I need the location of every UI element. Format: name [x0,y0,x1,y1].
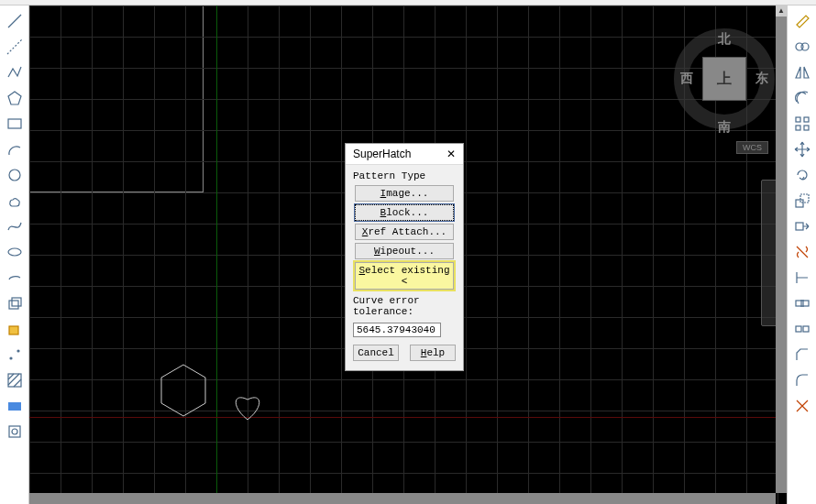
left-toolbar [0,5,29,504]
drawing-canvas[interactable]: 北 南 西 东 上 WCS ▲ SuperHatch ✕ Pattern Typ… [29,5,787,504]
xref-button-rest: ref Attach... [368,226,447,237]
svg-rect-19 [796,200,803,207]
svg-rect-10 [9,426,20,437]
hexagon-shape[interactable] [160,363,207,418]
svg-rect-5 [9,326,18,334]
rectangle-tool-icon[interactable] [3,112,27,136]
block-button[interactable]: Block... [355,204,454,221]
ellipse-arc-tool-icon[interactable] [3,266,27,290]
make-block-tool-icon[interactable] [3,317,27,341]
gradient-tool-icon[interactable] [3,394,27,418]
vertical-scrollbar[interactable]: ▲ [776,5,787,493]
svg-point-1 [9,170,20,181]
xref-attach-button[interactable]: Xref Attach... [355,224,454,240]
svg-rect-3 [9,301,18,309]
array-tool-icon[interactable] [790,112,814,136]
viewcube-north[interactable]: 北 [718,31,731,48]
join-tool-icon[interactable] [790,317,814,341]
scroll-up-arrow[interactable]: ▲ [776,5,787,16]
tolerance-label: Curve error tolerance: [353,295,456,317]
svg-rect-17 [796,126,800,130]
offset-tool-icon[interactable] [790,86,814,110]
svg-rect-23 [796,326,801,332]
mirror-tool-icon[interactable] [790,60,814,84]
help-button-rest: elp [426,347,445,358]
chamfer-tool-icon[interactable] [790,343,814,367]
circle-tool-icon[interactable] [3,163,27,187]
viewcube-south[interactable]: 南 [718,119,731,136]
superhatch-dialog: SuperHatch ✕ Pattern Type Image... Block… [345,143,464,371]
extend-tool-icon[interactable] [790,266,814,290]
revision-cloud-tool-icon[interactable] [3,189,27,213]
select-button-rest: elect existing < [365,265,449,287]
trim-tool-icon[interactable] [790,240,814,264]
tolerance-input[interactable] [353,323,441,337]
y-axis [216,5,217,504]
image-button[interactable]: Image... [355,185,454,202]
arc-tool-icon[interactable] [3,137,27,161]
svg-point-11 [12,429,17,434]
image-button-rest: mage... [386,188,428,199]
svg-rect-18 [804,126,809,130]
heart-shape[interactable] [229,390,266,423]
hatch-tool-icon[interactable] [3,368,27,392]
break-tool-icon[interactable] [790,291,814,315]
close-icon[interactable]: ✕ [447,148,456,160]
dialog-titlebar[interactable]: SuperHatch ✕ [346,144,463,165]
pattern-type-label: Pattern Type [353,170,456,181]
rotate-tool-icon[interactable] [790,163,814,187]
x-axis [29,417,787,418]
spline-tool-icon[interactable] [3,214,27,238]
horizontal-scrollbar[interactable] [29,493,776,504]
svg-rect-8 [8,374,21,387]
svg-rect-4 [12,298,21,306]
fillet-tool-icon[interactable] [790,368,814,392]
point-tool-icon[interactable] [3,343,27,367]
scale-tool-icon[interactable] [790,189,814,213]
cancel-button[interactable]: Cancel [353,345,399,361]
svg-rect-9 [8,402,21,411]
copy-tool-icon[interactable] [790,35,814,59]
svg-point-14 [801,43,809,50]
svg-rect-24 [803,326,809,332]
move-tool-icon[interactable] [790,137,814,161]
viewcube-east[interactable]: 东 [755,71,768,87]
explode-tool-icon[interactable] [790,394,814,418]
ellipse-tool-icon[interactable] [3,240,27,264]
viewcube-west[interactable]: 西 [680,71,693,87]
line-tool-icon[interactable] [3,9,27,33]
stretch-tool-icon[interactable] [790,214,814,238]
wipeout-button[interactable]: Wipeout... [355,243,454,259]
region-tool-icon[interactable] [3,420,27,444]
viewcube-top-face[interactable]: 上 [702,57,746,101]
svg-rect-21 [796,223,803,230]
svg-rect-0 [8,119,21,128]
dialog-title: SuperHatch [353,148,411,160]
block-button-rest: lock... [386,207,428,218]
svg-point-6 [10,357,12,359]
svg-point-7 [17,350,19,352]
svg-marker-12 [161,365,205,416]
polygon-tool-icon[interactable] [3,86,27,110]
svg-rect-15 [796,117,800,122]
erase-tool-icon[interactable] [790,9,814,33]
right-toolbar [787,5,816,504]
select-existing-button[interactable]: Select existing < [355,262,454,290]
svg-point-2 [8,248,21,256]
insert-block-tool-icon[interactable] [3,291,27,315]
help-button[interactable]: Help [410,345,456,361]
polyline-tool-icon[interactable] [3,60,27,84]
svg-rect-22 [796,301,809,306]
wcs-label[interactable]: WCS [736,141,768,154]
viewcube[interactable]: 北 南 西 东 上 [669,15,779,143]
wipeout-button-rest: ipeout... [380,246,435,257]
construction-line-tool-icon[interactable] [3,35,27,59]
svg-rect-20 [800,194,809,203]
svg-rect-16 [804,117,809,122]
